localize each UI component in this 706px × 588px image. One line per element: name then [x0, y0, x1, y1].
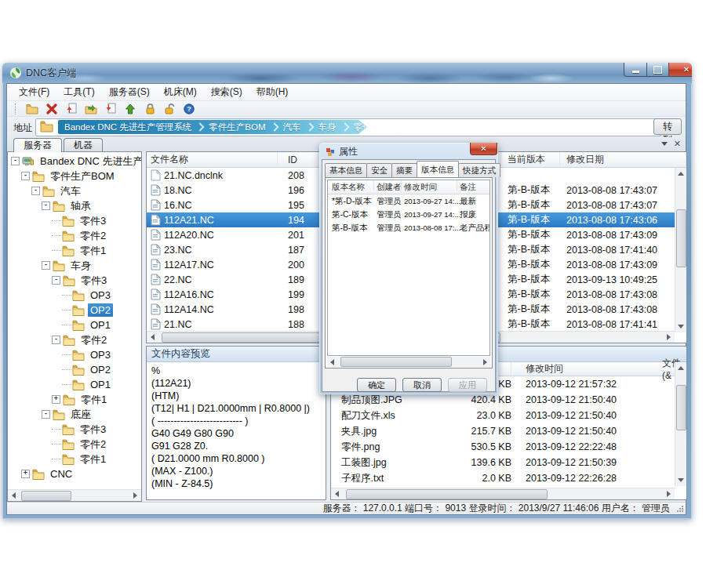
version-row[interactable]: 第-C-版本管理员2013-09-27 14:...报废: [328, 208, 489, 221]
tree-horizontal-scrollbar[interactable]: [8, 489, 141, 501]
column-header-version-name[interactable]: 版本名称: [332, 180, 365, 194]
attachment-row[interactable]: 子程序.txt2.0 KB2013-09-12 22:26:28: [331, 470, 686, 486]
attachment-row[interactable]: 配刀文件.xls23.0 KB2013-09-12 21:50:40: [331, 408, 686, 423]
check-out-button[interactable]: [104, 102, 118, 115]
tree-item[interactable]: OP3: [8, 347, 141, 362]
tab-machine[interactable]: 机器: [64, 138, 103, 152]
scroll-left-button[interactable]: [331, 488, 343, 500]
unlock-button[interactable]: [162, 102, 176, 115]
tree-item[interactable]: 零件3: [8, 422, 141, 437]
attachment-row[interactable]: 制品顶图.JPG420.4 KB2013-09-12 21:50:40: [331, 392, 686, 408]
menu-item-help[interactable]: 帮助(H): [249, 84, 296, 100]
collapse-toggle-icon[interactable]: -: [31, 187, 40, 195]
apply-button[interactable]: 应用: [448, 378, 487, 392]
tree-item[interactable]: 零件1: [8, 243, 141, 258]
breadcrumb-segment[interactable]: 汽车: [277, 122, 308, 133]
close-button[interactable]: ✕: [668, 63, 692, 77]
file-list-vertical-scrollbar[interactable]: [675, 168, 686, 332]
pane-menu-dropdown-icon[interactable]: [661, 142, 668, 146]
scroll-left-button[interactable]: [147, 332, 158, 343]
pane-close-icon[interactable]: ✕: [674, 140, 681, 147]
attachment-row[interactable]: 夹具.jpg215.7 KB2013-09-12 21:50:40: [331, 423, 686, 439]
tree-item[interactable]: -零件生产BOM: [8, 169, 141, 183]
collapse-toggle-icon[interactable]: -: [21, 172, 30, 180]
column-header-creator[interactable]: 创建者: [377, 180, 402, 194]
column-header-file-name[interactable]: 文件名称: [147, 152, 278, 167]
resize-grip[interactable]: [676, 505, 683, 512]
collapse-toggle-icon[interactable]: -: [11, 157, 20, 165]
expand-toggle-icon[interactable]: +: [21, 470, 30, 478]
dialog-tab-basic-info[interactable]: 基本信息: [325, 163, 367, 177]
dialog-tab-security[interactable]: 安全: [366, 163, 392, 177]
version-row[interactable]: 第-B-版本管理员2013-08-08 17:...老产品程序: [328, 221, 489, 234]
tree-item[interactable]: OP1: [8, 318, 141, 332]
column-header-id[interactable]: ID: [278, 152, 325, 167]
menu-item-server[interactable]: 服务器(S): [102, 84, 157, 100]
minimize-button[interactable]: [624, 63, 647, 77]
column-header-modified-date[interactable]: 修改日期: [560, 152, 686, 167]
version-list-horizontal-scrollbar[interactable]: [327, 357, 490, 367]
scrollbar-thumb[interactable]: [676, 385, 686, 430]
dialog-tab-shortcut[interactable]: 快捷方式: [458, 163, 500, 177]
column-header-current-version[interactable]: 当前版本: [501, 152, 560, 167]
tree-item[interactable]: OP3: [8, 288, 141, 303]
scroll-up-button[interactable]: [675, 168, 687, 180]
scroll-right-button[interactable]: [129, 490, 141, 502]
tree-item[interactable]: OP1: [8, 377, 141, 392]
upload-button[interactable]: [123, 102, 137, 115]
tree-item[interactable]: -汽车: [8, 183, 141, 198]
column-header-note[interactable]: 备注: [460, 180, 476, 194]
attachment-row[interactable]: 工装图.jpg139.6 KB2013-09-12 21:50:39: [331, 455, 686, 470]
dialog-tab-version-info[interactable]: 版本信息: [417, 161, 459, 177]
tree-item[interactable]: -底座: [8, 407, 141, 422]
tree-item[interactable]: 零件3: [8, 213, 141, 228]
attachment-horizontal-scrollbar[interactable]: [331, 488, 675, 499]
delete-button[interactable]: [45, 102, 59, 115]
scroll-left-button[interactable]: [327, 357, 337, 367]
menu-item-machine-tool[interactable]: 机床(M): [157, 84, 204, 100]
collapse-toggle-icon[interactable]: -: [42, 201, 50, 210]
lock-button[interactable]: [143, 102, 157, 115]
address-field[interactable]: Bandex DNC 先进生产管理系统零件生产BOM汽车车身零件3OP2: [35, 118, 661, 136]
tree-item[interactable]: -轴承: [8, 198, 141, 213]
breadcrumb-segment[interactable]: Bandex DNC 先进生产管理系统: [58, 122, 198, 133]
breadcrumb-segment[interactable]: OP2: [388, 122, 418, 132]
scroll-up-button[interactable]: [675, 362, 687, 374]
check-in-button[interactable]: [64, 102, 78, 115]
tab-server[interactable]: 服务器: [13, 138, 62, 152]
new-folder-button[interactable]: [25, 102, 39, 115]
collapse-toggle-icon[interactable]: -: [52, 276, 60, 285]
breadcrumb-segment[interactable]: 零件生产BOM: [202, 122, 271, 133]
restore-button[interactable]: [647, 63, 668, 77]
dialog-tab-summary[interactable]: 摘要: [391, 163, 417, 177]
tree-item[interactable]: -零件2: [8, 332, 141, 347]
import-folder-button[interactable]: [84, 102, 98, 115]
scrollbar-thumb[interactable]: [346, 489, 548, 499]
scrollbar-thumb[interactable]: [340, 357, 452, 367]
scroll-left-button[interactable]: [8, 490, 20, 502]
toolbar-grip[interactable]: [15, 103, 18, 114]
column-header-modified-time[interactable]: 修改时间: [404, 180, 437, 194]
ok-button[interactable]: 确定: [357, 378, 396, 392]
scrollbar-thumb[interactable]: [21, 491, 71, 501]
menu-item-tools[interactable]: 工具(T): [56, 84, 101, 100]
tree-item[interactable]: OP2: [8, 362, 141, 377]
version-row[interactable]: *第-D-版本管理员2013-09-27 14:...最新: [328, 194, 489, 208]
cancel-button[interactable]: 取消: [402, 378, 442, 392]
expand-toggle-icon[interactable]: +: [52, 395, 60, 404]
dialog-title-bar[interactable]: 属性: [326, 145, 358, 158]
column-header-modified-time[interactable]: 修改时间: [511, 362, 686, 376]
tree-item[interactable]: 零件2: [8, 228, 141, 243]
breadcrumb-segment[interactable]: 车身: [312, 122, 343, 133]
help-button[interactable]: ?: [182, 102, 196, 115]
go-button[interactable]: 转到: [653, 118, 682, 135]
collapse-toggle-icon[interactable]: -: [42, 261, 50, 270]
dialog-close-button[interactable]: ✕: [470, 143, 497, 155]
tree-item[interactable]: 零件1: [8, 452, 141, 466]
scroll-right-button[interactable]: [480, 357, 490, 367]
scrollbar-thumb[interactable]: [676, 209, 686, 267]
tree-item[interactable]: +CNC: [8, 466, 141, 481]
tree-item[interactable]: -车身: [8, 258, 141, 273]
attachment-row[interactable]: 零件.png530.5 KB2013-09-12 22:22:48: [331, 439, 686, 455]
tree-item[interactable]: OP2: [8, 303, 141, 318]
